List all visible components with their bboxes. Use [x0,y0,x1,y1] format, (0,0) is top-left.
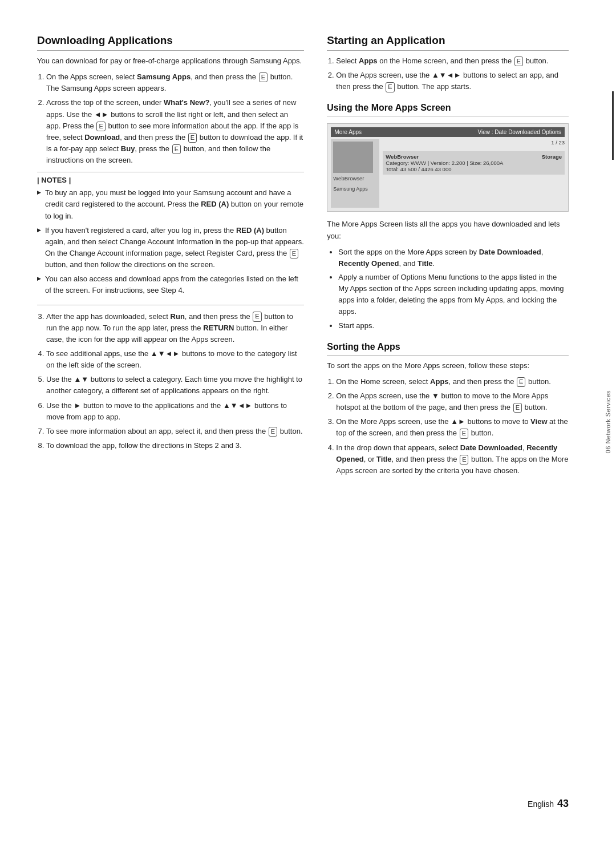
samsung-apps-label: Samsung Apps [333,186,377,192]
btn-icon-e6: E [253,312,261,321]
notes-box: | NOTES | To buy an app, you must be log… [37,172,304,305]
app-label: WebBrowser [333,175,377,181]
downloading-step-3: After the app has downloaded, select Run… [46,311,304,345]
bullet-options: Apply a number of Options Menu functions… [338,272,569,318]
more-apps-desc: The More Apps Screen lists all the apps … [327,219,569,241]
sorting-steps: On the Home screen, select Apps, and the… [336,376,569,476]
downloading-step-1: On the Apps screen, select Samsung Apps,… [46,71,304,94]
btn-icon-e2: E [96,122,105,131]
sorting-intro: To sort the apps on the More Apps screen… [327,360,569,371]
btn-icon-e3: E [188,133,197,143]
sorting-step-1: On the Home screen, select Apps, and the… [336,376,569,387]
downloading-step-2: Across the top of the screen, under What… [46,97,304,166]
page-number: 43 [557,798,569,810]
app-info-detail: Category: WWW | Version: 2.200 | Size: 2… [386,160,562,166]
downloading-intro: You can download for pay or free-of-char… [37,55,304,67]
btn-icon-e5: E [290,249,298,259]
side-label-text: 06 Network Services [605,390,611,453]
btn-icon-e: E [259,72,268,82]
downloading-step-7: To see more information about an app, se… [46,426,304,437]
starting-step-1: Select Apps on the Home screen, and then… [336,55,569,67]
app-info-right-detail: Total: 43 500 / 4426 43 000 [386,166,562,172]
screen-top-right: View : Date Downloaded Options [477,129,561,135]
starting-step-2: On the Apps screen, use the ▲▼◄► buttons… [336,70,569,92]
downloading-step-4: To see additional apps, use the ▲▼◄► but… [46,348,304,371]
btn-icon-sort4: E [460,455,468,465]
bullet-sort: Sort the apps on the More Apps screen by… [338,247,569,269]
btn-icon-e4: E [172,144,181,154]
screen-mockup: More Apps View : Date Downloaded Options… [327,123,569,212]
english-label: English [528,799,554,809]
downloading-title: Downloading Applications [37,34,304,51]
starting-title: Starting an Application [327,34,569,51]
app-info-right: Storage [542,154,562,160]
app-info-label: WebBrowser [386,154,419,160]
side-label-area: 06 Network Services [600,0,616,844]
more-apps-bullets: Sort the apps on the More Apps screen by… [338,247,569,332]
left-column: Downloading Applications You can downloa… [37,34,304,781]
btn-icon-s2: E [386,82,394,92]
starting-steps: Select Apps on the Home screen, and then… [336,55,569,92]
notes-item-2: If you haven't registered a card, after … [37,225,304,271]
bullet-start: Start apps. [338,320,569,332]
more-apps-title: Using the More Apps Screen [327,103,569,116]
notes-item-1: To buy an app, you must be logged into y… [37,187,304,221]
app-thumbnail [333,142,373,173]
downloading-step-5: Use the ▲▼ buttons to select a category.… [46,374,304,397]
screen-count: 1 / 23 [383,139,565,146]
screen-left-panel: WebBrowser Samsung Apps [331,139,379,208]
screen-app-info: WebBrowser Storage Category: WWW | Versi… [383,151,565,175]
footer: English 43 [37,781,569,810]
btn-icon-s1: E [514,56,523,66]
downloading-more-steps: After the app has downloaded, select Run… [46,311,304,452]
sorting-step-2: On the Apps screen, use the ▼ button to … [336,390,569,413]
screen-top-label: More Apps [334,129,362,135]
side-bar-line [612,91,614,160]
downloading-steps-list: On the Apps screen, select Samsung Apps,… [46,71,304,166]
btn-icon-sort3: E [460,429,468,438]
notes-title: | NOTES | [37,176,304,184]
sorting-step-3: On the More Apps screen, use the ▲► butt… [336,416,569,439]
screen-right-panel: 1 / 23 WebBrowser Storage Category: WWW … [383,139,565,208]
screen-body: WebBrowser Samsung Apps 1 / 23 WebBrowse… [331,139,565,208]
downloading-step-8: To download the app, follow the directio… [46,440,304,451]
btn-icon-sort2: E [513,403,522,413]
btn-icon-e7: E [269,427,277,437]
screen-top-bar: More Apps View : Date Downloaded Options [331,127,565,137]
sorting-title: Sorting the Apps [327,342,569,356]
notes-item-3: You can also access and download apps fr… [37,273,304,296]
btn-icon-sort1: E [517,377,525,387]
downloading-step-6: Use the ► button to move to the applicat… [46,400,304,423]
notes-list: To buy an app, you must be logged into y… [37,187,304,296]
sorting-step-4: In the drop down that appears, select Da… [336,442,569,476]
right-column: Starting an Application Select Apps on t… [327,34,569,781]
